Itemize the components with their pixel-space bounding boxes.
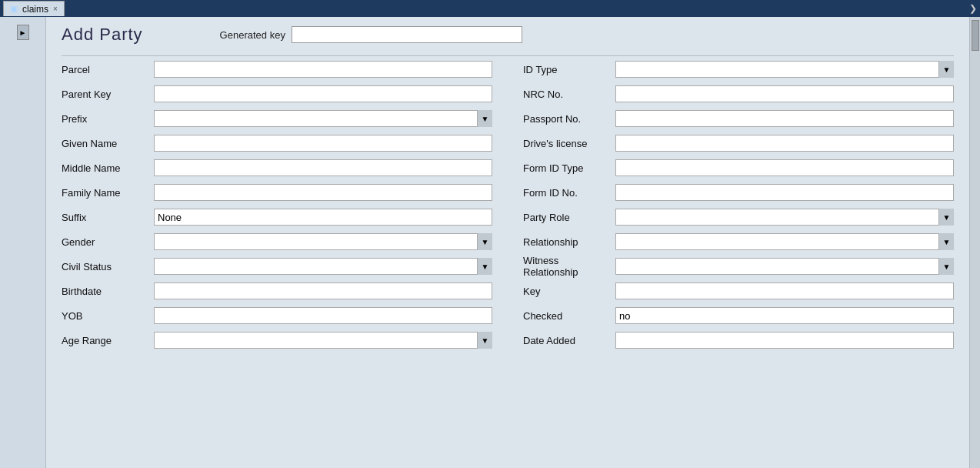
- input-date-added[interactable]: [615, 332, 954, 349]
- select-wrapper-prefix: ▼: [154, 110, 492, 127]
- tab-claims[interactable]: ▣ claims ×: [3, 1, 65, 16]
- input-parcel[interactable]: [154, 61, 492, 78]
- label-civil-status: Civil Status: [62, 261, 154, 272]
- form-panel: Add Party Generated key Parcel Parent Ke…: [46, 17, 969, 468]
- form-row-form-id-no: Form ID No.: [523, 182, 954, 202]
- form-header: Add Party Generated key: [62, 25, 954, 45]
- form-row-birthdate: Birthdate: [62, 281, 492, 301]
- input-key[interactable]: [615, 282, 954, 299]
- generated-key-input[interactable]: [292, 26, 522, 43]
- form-row-checked: Checked: [523, 306, 954, 326]
- input-checked[interactable]: [615, 307, 954, 324]
- label-form-id-type: Form ID Type: [523, 162, 615, 174]
- label-birthdate: Birthdate: [62, 286, 154, 297]
- input-yob[interactable]: [154, 307, 492, 324]
- input-nrc-no[interactable]: [615, 85, 954, 102]
- form-row-prefix: Prefix ▼: [62, 109, 492, 129]
- label-drives-license: Drive's license: [523, 138, 615, 149]
- select-party-role[interactable]: [615, 209, 954, 226]
- select-civil-status[interactable]: [154, 258, 492, 275]
- input-middle-name[interactable]: [154, 159, 492, 176]
- label-id-type: ID Type: [523, 64, 615, 75]
- form-row-drives-license: Drive's license: [523, 133, 954, 153]
- left-panel: ►: [0, 17, 46, 468]
- form-row-nrc-no: NRC No.: [523, 84, 954, 104]
- form-row-yob: YOB: [62, 306, 492, 326]
- select-wrapper-civil-status: ▼: [154, 258, 492, 275]
- select-prefix[interactable]: [154, 110, 492, 127]
- form-row-passport-no: Passport No.: [523, 109, 954, 129]
- select-wrapper-relationship: ▼: [615, 233, 954, 250]
- input-drives-license[interactable]: [615, 135, 954, 152]
- scrollbar-thumb[interactable]: [972, 20, 979, 51]
- form-row-form-id-type: Form ID Type: [523, 158, 954, 178]
- select-age-range[interactable]: [154, 332, 492, 349]
- generated-key-section: Generated key: [220, 26, 522, 43]
- label-given-name: Given Name: [62, 138, 154, 149]
- input-parent-key[interactable]: [154, 85, 492, 102]
- label-suffix: Suffix: [62, 212, 154, 223]
- tab-icon: ▣: [10, 4, 18, 14]
- label-prefix: Prefix: [62, 113, 154, 125]
- select-gender[interactable]: [154, 233, 492, 250]
- header-divider: [62, 55, 954, 56]
- title-bar: ▣ claims × ❯: [0, 0, 980, 17]
- label-witness-relationship: Witness Relationship: [523, 255, 615, 278]
- form-row-family-name: Family Name: [62, 182, 492, 202]
- select-wrapper-party-role: ▼: [615, 209, 954, 226]
- label-checked: Checked: [523, 310, 615, 322]
- tab-close-icon[interactable]: ×: [53, 5, 58, 13]
- form-body: Parcel Parent Key Prefix ▼: [62, 59, 954, 350]
- label-yob: YOB: [62, 310, 154, 322]
- form-row-parent-key: Parent Key: [62, 84, 492, 104]
- form-row-middle-name: Middle Name: [62, 158, 492, 178]
- collapse-button[interactable]: ►: [17, 25, 29, 40]
- label-key: Key: [523, 286, 615, 297]
- label-party-role: Party Role: [523, 212, 615, 223]
- right-form-col: ID Type ▼ NRC No. Passport No.: [523, 59, 954, 350]
- input-given-name[interactable]: [154, 135, 492, 152]
- form-row-date-added: Date Added: [523, 330, 954, 350]
- form-row-party-role: Party Role ▼: [523, 207, 954, 227]
- input-form-id-type[interactable]: [615, 159, 954, 176]
- form-row-id-type: ID Type ▼: [523, 59, 954, 79]
- left-form-col: Parcel Parent Key Prefix ▼: [62, 59, 492, 350]
- form-row-age-range: Age Range ▼: [62, 330, 492, 350]
- label-relationship: Relationship: [523, 236, 615, 248]
- input-birthdate[interactable]: [154, 282, 492, 299]
- label-parcel: Parcel: [62, 64, 154, 75]
- label-family-name: Family Name: [62, 187, 154, 199]
- label-date-added: Date Added: [523, 335, 615, 346]
- form-title: Add Party: [62, 25, 143, 45]
- form-row-gender: Gender ▼: [62, 232, 492, 252]
- generated-key-label: Generated key: [220, 29, 285, 41]
- label-nrc-no: NRC No.: [523, 89, 615, 100]
- form-row-key: Key: [523, 281, 954, 301]
- label-form-id-no: Form ID No.: [523, 187, 615, 199]
- select-wrapper-age-range: ▼: [154, 332, 492, 349]
- input-suffix[interactable]: [154, 209, 492, 226]
- form-row-civil-status: Civil Status ▼: [62, 256, 492, 276]
- main-content: ► Add Party Generated key Parcel: [0, 17, 980, 468]
- input-form-id-no[interactable]: [615, 184, 954, 201]
- right-scrollbar[interactable]: [969, 17, 980, 468]
- form-row-relationship: Relationship ▼: [523, 232, 954, 252]
- input-family-name[interactable]: [154, 184, 492, 201]
- label-passport-no: Passport No.: [523, 113, 615, 125]
- select-wrapper-id-type: ▼: [615, 61, 954, 78]
- label-parent-key: Parent Key: [62, 89, 154, 100]
- label-age-range: Age Range: [62, 335, 154, 346]
- form-row-suffix: Suffix: [62, 207, 492, 227]
- tab-label: claims: [22, 4, 48, 15]
- window-frame: ▣ claims × ❯ ► Add Party Generated key: [0, 0, 980, 468]
- form-row-parcel: Parcel: [62, 59, 492, 79]
- select-wrapper-witness-relationship: ▼: [615, 258, 954, 275]
- form-row-given-name: Given Name: [62, 133, 492, 153]
- input-passport-no[interactable]: [615, 110, 954, 127]
- select-relationship[interactable]: [615, 233, 954, 250]
- label-middle-name: Middle Name: [62, 162, 154, 174]
- form-row-witness-relationship: Witness Relationship ▼: [523, 256, 954, 276]
- select-id-type[interactable]: [615, 61, 954, 78]
- window-extend-icon: ❯: [969, 3, 977, 14]
- select-witness-relationship[interactable]: [615, 258, 954, 275]
